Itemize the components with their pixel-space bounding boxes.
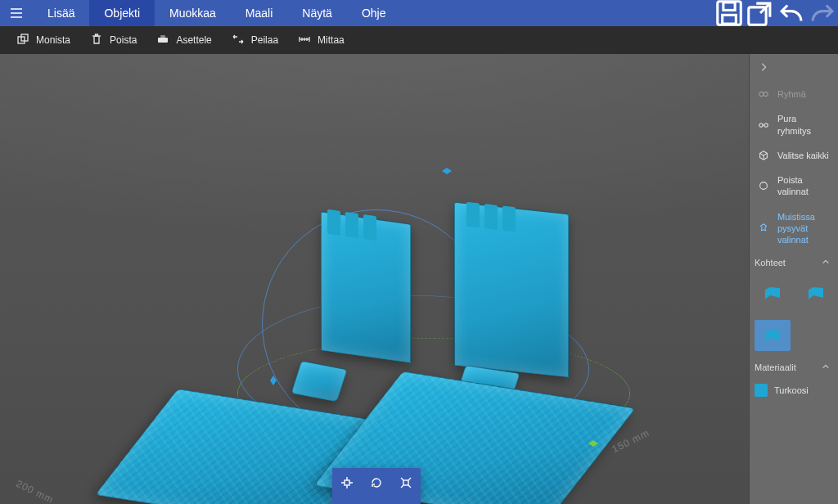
gizmo-ring-vertical xyxy=(262,209,491,439)
select-all-action[interactable]: Valitse kaikki xyxy=(750,143,838,168)
svg-rect-2 xyxy=(723,15,737,24)
menu-paint[interactable]: Maali xyxy=(231,0,287,26)
object-thumb-2[interactable] xyxy=(755,320,791,351)
svg-point-11 xyxy=(764,92,768,97)
svg-point-14 xyxy=(760,182,768,190)
menu-object-label: Objekti xyxy=(104,7,140,20)
menu-object[interactable]: Objekti xyxy=(89,0,155,26)
arrange-icon xyxy=(156,33,169,48)
delete-icon xyxy=(90,33,103,48)
delete-label: Poista xyxy=(110,34,137,46)
hud-rotate-reset[interactable] xyxy=(362,468,391,497)
duplicate-icon xyxy=(16,33,29,48)
redo-icon xyxy=(807,0,838,26)
menu-paint-label: Maali xyxy=(246,7,273,20)
select-all-label: Valitse kaikki xyxy=(777,150,829,161)
hud-degree: ° xyxy=(362,497,391,504)
svg-rect-1 xyxy=(723,2,735,11)
undo-icon[interactable] xyxy=(776,0,807,26)
group-label: Ryhmä xyxy=(777,88,806,100)
deselect-icon xyxy=(758,180,769,191)
mirror-label: Peilaa xyxy=(251,34,278,46)
measure-button[interactable]: Mittaa xyxy=(288,26,354,54)
mirror-button[interactable]: Peilaa xyxy=(222,26,288,54)
delete-button[interactable]: Poista xyxy=(80,26,146,54)
export-icon[interactable] xyxy=(745,0,776,26)
svg-point-10 xyxy=(759,92,764,97)
model-placeholder xyxy=(115,193,638,504)
deselect-label: Poista valinnat xyxy=(777,174,830,198)
pin-icon xyxy=(758,223,769,234)
measure-icon xyxy=(298,33,311,48)
svg-rect-9 xyxy=(403,480,408,485)
menu-help-label: Ohje xyxy=(362,7,386,20)
ruler-label-left: 200 mm xyxy=(14,478,56,504)
svg-rect-0 xyxy=(718,2,741,25)
menu-view-label: Näytä xyxy=(302,7,332,20)
duplicate-button[interactable]: Monista xyxy=(7,26,80,54)
section-objects[interactable]: Kohteet xyxy=(750,253,838,272)
ungroup-action[interactable]: Pura ryhmitys xyxy=(750,106,838,143)
svg-rect-7 xyxy=(160,35,165,38)
material-label: Turkoosi xyxy=(774,385,809,395)
chevron-right-icon xyxy=(758,61,769,74)
gizmo-ring-ground xyxy=(237,338,630,449)
deselect-action[interactable]: Poista valinnat xyxy=(750,168,838,205)
ungroup-label: Pura ryhmitys xyxy=(777,113,830,137)
svg-point-13 xyxy=(764,123,768,126)
hamburger-menu[interactable] xyxy=(0,0,33,26)
menu-view[interactable]: Näytä xyxy=(287,0,347,26)
rotate-hud: 0 ° xyxy=(332,468,421,504)
persist-selection-action[interactable]: Muistissa pysyvät valinnat xyxy=(750,205,838,253)
persist-selection-label: Muistissa pysyvät valinnat xyxy=(777,211,830,246)
material-swatch xyxy=(755,384,768,397)
section-materials[interactable]: Materiaalit xyxy=(750,358,838,377)
hud-mode-scale[interactable] xyxy=(391,468,421,497)
ruler-label-right: 150 mm xyxy=(610,427,651,455)
svg-rect-6 xyxy=(158,38,168,43)
object-thumb-1[interactable] xyxy=(798,277,833,308)
group-icon xyxy=(758,88,769,100)
menu-edit[interactable]: Muokkaa xyxy=(155,0,231,26)
duplicate-label: Monista xyxy=(36,34,70,46)
menu-insert-label: Lisää xyxy=(47,7,74,20)
measure-label: Mittaa xyxy=(318,34,345,46)
select-all-icon xyxy=(758,150,769,161)
save-icon[interactable] xyxy=(714,0,745,26)
menu-insert[interactable]: Lisää xyxy=(33,0,89,26)
viewport-3d[interactable]: 200 mm 150 mm 0 ° xyxy=(0,54,749,504)
hud-mode-move[interactable] xyxy=(391,497,421,504)
panel-collapse[interactable] xyxy=(750,54,838,82)
hud-mode-axis[interactable] xyxy=(332,468,362,497)
chevron-up-icon-2 xyxy=(822,362,830,372)
gizmo-ring-horizontal xyxy=(237,295,589,443)
arrange-label: Asettele xyxy=(176,34,211,46)
mirror-icon xyxy=(232,33,245,48)
svg-point-12 xyxy=(759,123,763,126)
object-thumb-0[interactable] xyxy=(755,277,790,308)
menu-help[interactable]: Ohje xyxy=(347,0,401,26)
gizmo-handle-left[interactable] xyxy=(267,374,280,387)
ungroup-icon xyxy=(758,119,769,131)
chevron-up-icon xyxy=(822,258,830,268)
menu-edit-label: Muokkaa xyxy=(169,7,216,20)
svg-rect-8 xyxy=(345,480,349,485)
gizmo-handle-right[interactable] xyxy=(587,437,600,450)
section-materials-label: Materiaalit xyxy=(755,362,796,372)
gizmo-handle-top[interactable] xyxy=(440,164,453,178)
arrange-button[interactable]: Asettele xyxy=(146,26,221,54)
group-action: Ryhmä xyxy=(750,82,838,106)
material-turquoise[interactable]: Turkoosi xyxy=(750,377,838,403)
hud-rotate-value[interactable]: 0 xyxy=(332,497,362,504)
section-objects-label: Kohteet xyxy=(755,258,786,268)
